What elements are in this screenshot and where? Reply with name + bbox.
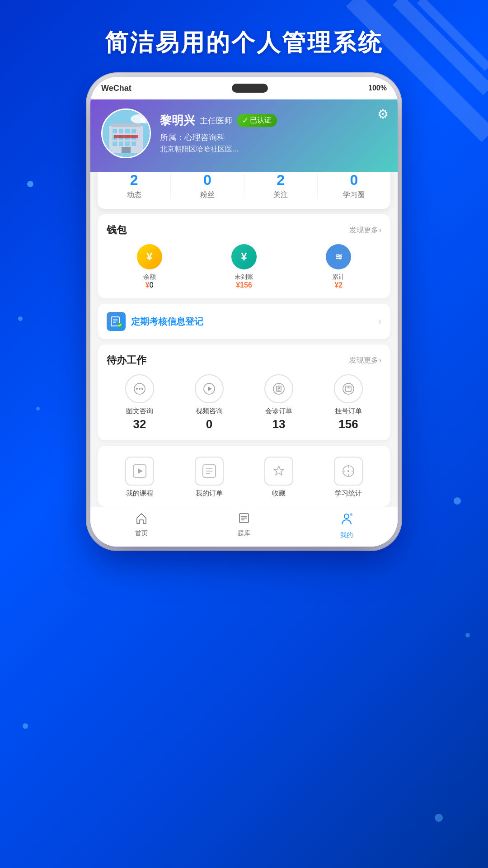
status-bar-right: 100% xyxy=(368,84,387,92)
todo-text-consult-icon xyxy=(125,374,154,403)
wallet-balance-amount: ¥0 xyxy=(107,281,192,289)
bg-dot xyxy=(23,723,28,729)
nav-home[interactable]: 首页 xyxy=(90,512,193,539)
stat-dynamic-num: 2 xyxy=(98,172,170,189)
svg-rect-10 xyxy=(125,129,130,133)
todo-video-consult[interactable]: 视频咨询 0 xyxy=(176,374,242,431)
svg-point-35 xyxy=(278,387,280,389)
wallet-total-amount: ¥2 xyxy=(296,281,381,289)
todo-section: 待办工作 发现更多 › xyxy=(98,344,390,440)
todo-text-consult[interactable]: 图文咨询 32 xyxy=(107,374,173,431)
certified-text: 已认证 xyxy=(250,116,272,125)
svg-point-28 xyxy=(136,388,138,390)
svg-rect-7 xyxy=(112,123,141,127)
bg-dot xyxy=(36,407,40,410)
wallet-pending-label: 未到账 xyxy=(201,273,286,281)
question-bank-icon xyxy=(238,512,250,528)
phone-frame: WeChat 100% ⚙ xyxy=(90,77,398,547)
svg-rect-11 xyxy=(131,129,136,133)
profile-info: 黎明兴 主任医师 ✓ 已认证 所属：心理咨询科 北京朝阳区哈哈社区医... xyxy=(160,113,387,154)
quick-my-courses[interactable]: 我的课程 xyxy=(107,457,173,498)
bg-dot xyxy=(27,181,33,187)
svg-rect-20 xyxy=(122,147,131,153)
bg-dot xyxy=(465,633,470,637)
todo-consult-order-label: 会诊订单 xyxy=(246,407,312,415)
status-bar-left: WeChat xyxy=(101,84,131,93)
settings-button[interactable]: ⚙ xyxy=(377,107,389,122)
quick-my-courses-label: 我的课程 xyxy=(107,489,173,498)
todo-reg-order[interactable]: 挂号订单 156 xyxy=(315,374,381,431)
study-stats-icon xyxy=(334,457,363,486)
avatar xyxy=(101,108,151,158)
svg-rect-17 xyxy=(119,142,123,146)
todo-consult-order-count: 13 xyxy=(246,417,312,431)
bg-dot xyxy=(18,316,23,321)
svg-point-60 xyxy=(350,513,352,516)
svg-point-38 xyxy=(343,383,354,394)
nav-question-bank-label: 题库 xyxy=(238,529,250,538)
stat-follow[interactable]: 2 关注 xyxy=(244,172,317,200)
todo-title: 待办工作 xyxy=(107,354,146,367)
svg-rect-9 xyxy=(119,129,123,133)
wallet-balance-icon: ¥ xyxy=(137,244,162,269)
svg-rect-16 xyxy=(113,142,117,146)
wallet-total[interactable]: ≋ 累计 ¥2 xyxy=(296,244,381,289)
todo-consult-order[interactable]: 会诊订单 13 xyxy=(246,374,312,431)
todo-reg-order-icon xyxy=(334,374,363,403)
todo-more-button[interactable]: 发现更多 › xyxy=(349,356,381,365)
profile-header: ⚙ xyxy=(90,99,398,172)
stat-dynamic[interactable]: 2 动态 xyxy=(98,172,170,200)
certified-badge: ✓ 已认证 xyxy=(237,114,277,127)
bg-dot xyxy=(435,814,443,822)
svg-marker-48 xyxy=(274,466,284,475)
svg-rect-18 xyxy=(125,142,130,146)
todo-text-consult-count: 32 xyxy=(107,417,173,431)
wallet-total-icon: ≋ xyxy=(326,244,351,269)
stat-learning-circle-label: 学习圈 xyxy=(318,190,390,200)
assessment-icon xyxy=(107,312,126,331)
quick-study-stats[interactable]: 学习统计 xyxy=(315,457,381,498)
my-orders-icon xyxy=(195,457,224,486)
todo-video-consult-label: 视频咨询 xyxy=(176,407,242,415)
svg-rect-19 xyxy=(131,142,136,146)
profile-name: 黎明兴 xyxy=(160,113,195,128)
todo-video-consult-icon xyxy=(195,374,224,403)
quick-favorites[interactable]: 收藏 xyxy=(246,457,312,498)
profile-title: 主任医师 xyxy=(200,115,232,126)
nav-mine[interactable]: 我的 xyxy=(295,512,398,539)
wallet-more-button[interactable]: 发现更多 › xyxy=(349,226,381,235)
todo-reg-order-label: 挂号订单 xyxy=(315,407,381,415)
status-bar: WeChat 100% xyxy=(90,77,398,99)
profile-dept: 所属：心理咨询科 xyxy=(160,132,387,143)
nav-question-bank[interactable]: 题库 xyxy=(193,512,296,539)
stat-fans-num: 0 xyxy=(171,172,244,189)
chevron-right-icon: › xyxy=(379,226,381,234)
svg-point-29 xyxy=(139,388,141,390)
wallet-balance[interactable]: ¥ 余额 ¥0 xyxy=(107,244,192,289)
certified-check-icon: ✓ xyxy=(242,116,248,125)
stat-learning-circle-num: 0 xyxy=(318,172,390,189)
assessment-arrow-icon: › xyxy=(378,316,381,327)
nav-mine-label: 我的 xyxy=(340,531,353,539)
assessment-card[interactable]: 定期考核信息登记 › xyxy=(98,304,390,339)
svg-marker-43 xyxy=(138,468,143,474)
wallet-pending[interactable]: ¥ 未到账 ¥156 xyxy=(201,244,286,289)
stat-learning-circle[interactable]: 0 学习圈 xyxy=(318,172,390,200)
stat-follow-label: 关注 xyxy=(244,190,317,200)
svg-point-59 xyxy=(344,514,349,519)
home-icon xyxy=(135,512,148,528)
svg-rect-21 xyxy=(114,135,138,138)
stat-follow-num: 2 xyxy=(244,172,317,189)
assessment-text: 定期考核信息登记 xyxy=(131,316,203,328)
quick-my-orders-label: 我的订单 xyxy=(176,489,242,498)
profile-hospital: 北京朝阳区哈哈社区医... xyxy=(160,145,387,154)
stat-fans[interactable]: 0 粉丝 xyxy=(171,172,244,200)
svg-marker-32 xyxy=(208,387,212,391)
quick-study-stats-label: 学习统计 xyxy=(315,489,381,498)
wallet-balance-label: 余额 xyxy=(107,273,192,281)
bg-dot xyxy=(454,497,461,505)
quick-my-orders[interactable]: 我的订单 xyxy=(176,457,242,498)
quick-links-section: 我的课程 我的订单 xyxy=(98,446,390,507)
stat-fans-label: 粉丝 xyxy=(171,190,244,200)
wallet-section: 钱包 发现更多 › ¥ 余额 ¥0 xyxy=(98,214,390,298)
